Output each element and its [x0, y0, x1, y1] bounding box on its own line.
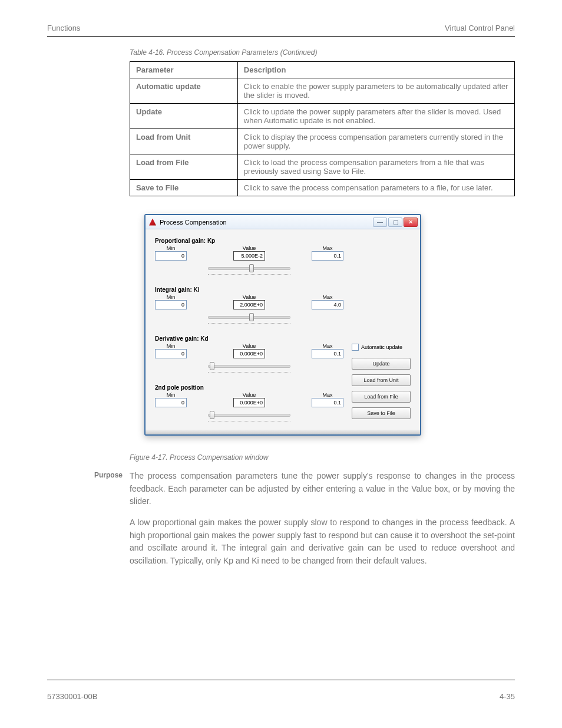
- value-input[interactable]: 0.000E+0: [233, 349, 265, 358]
- figure-caption: Figure 4-17. Process Compensation window: [130, 453, 515, 462]
- slider-group: Derivative gain: Kd Min 0 Value 0.000E+0…: [155, 335, 343, 373]
- load-from-file-button[interactable]: Load from File: [352, 391, 411, 403]
- slider-label: Integral gain: Ki: [155, 286, 343, 293]
- max-label: Max: [322, 294, 332, 300]
- dialog-titlebar[interactable]: Process Compensation — ▢ ✕: [146, 215, 420, 229]
- min-input[interactable]: 0: [155, 398, 187, 407]
- close-button[interactable]: ✕: [404, 218, 418, 227]
- param-name: Automatic update: [130, 78, 238, 104]
- min-label: Min: [167, 294, 176, 300]
- slider-group: Proportional gain: Kp Min 0 Value 5.000E…: [155, 238, 343, 275]
- footer-rule: [47, 680, 515, 680]
- slider-thumb[interactable]: [210, 362, 214, 370]
- min-input[interactable]: 0: [155, 349, 187, 358]
- param-desc: Click to display the process compensatio…: [237, 129, 514, 154]
- max-label: Max: [322, 245, 332, 251]
- header-left: Functions: [47, 24, 80, 32]
- table-row: Load from UnitClick to display the proce…: [130, 129, 515, 154]
- table-header-description: Description: [237, 62, 514, 78]
- max-input[interactable]: 0.1: [312, 251, 343, 261]
- app-icon: [149, 219, 156, 226]
- slider-group: Integral gain: Ki Min 0 Value 2.000E+0 M…: [155, 286, 343, 324]
- minimize-button[interactable]: —: [373, 218, 387, 227]
- table-caption: Table 4-16. Process Compensation Paramet…: [130, 48, 515, 57]
- checkbox-icon: [352, 344, 359, 351]
- slider-track[interactable]: [208, 362, 290, 373]
- min-label: Min: [167, 392, 176, 398]
- min-label: Min: [167, 343, 176, 349]
- table-row: Load from FileClick to load the process …: [130, 154, 515, 180]
- table-row: UpdateClick to update the power supply p…: [130, 104, 515, 129]
- slider-thumb[interactable]: [249, 264, 254, 272]
- slider-group: 2nd pole position Min 0 Value 0.000E+0 M…: [155, 384, 343, 421]
- footer-right: 4-35: [500, 692, 515, 701]
- param-name: Load from File: [130, 154, 238, 180]
- max-label: Max: [322, 343, 332, 349]
- value-input[interactable]: 0.000E+0: [233, 398, 265, 407]
- automatic-update-label: Automatic update: [361, 344, 402, 350]
- purpose-heading: Purpose: [94, 471, 123, 479]
- param-desc: Click to load the process compensation p…: [237, 154, 514, 180]
- body-paragraph-2: A low proportional gain makes the power …: [130, 516, 515, 568]
- page-footer: 57330001-00B 4-35: [47, 692, 515, 701]
- slider-thumb[interactable]: [210, 411, 214, 419]
- param-desc: Click to save the process compensation p…: [237, 180, 514, 196]
- param-name: Load from Unit: [130, 129, 238, 154]
- table-row: Save to FileClick to save the process co…: [130, 180, 515, 196]
- slider-track[interactable]: [208, 264, 290, 275]
- header-right: Virtual Control Panel: [445, 24, 515, 32]
- automatic-update-checkbox[interactable]: Automatic update: [352, 344, 411, 351]
- value-input[interactable]: 5.000E-2: [233, 251, 265, 261]
- param-desc: Click to update the power supply paramet…: [237, 104, 514, 129]
- parameter-table: Parameter Description Automatic updateCl…: [130, 61, 515, 196]
- value-label: Value: [243, 392, 256, 398]
- header-rule: [47, 36, 515, 37]
- footer-left: 57330001-00B: [47, 692, 97, 701]
- table-header-parameter: Parameter: [130, 62, 238, 78]
- slider-track[interactable]: [208, 411, 290, 421]
- slider-label: Derivative gain: Kd: [155, 335, 343, 342]
- min-input[interactable]: 0: [155, 300, 187, 309]
- table-row: Automatic updateClick to enable the powe…: [130, 78, 515, 104]
- max-label: Max: [322, 392, 332, 398]
- process-compensation-window: Process Compensation — ▢ ✕ Proportional …: [144, 214, 421, 436]
- min-input[interactable]: 0: [155, 251, 187, 261]
- value-label: Value: [243, 343, 256, 349]
- slider-label: Proportional gain: Kp: [155, 238, 343, 244]
- dialog-title: Process Compensation: [160, 219, 227, 226]
- param-desc: Click to enable the power supply paramet…: [237, 78, 514, 104]
- load-from-unit-button[interactable]: Load from Unit: [352, 374, 411, 386]
- value-label: Value: [243, 294, 256, 300]
- max-input[interactable]: 0.1: [312, 398, 343, 407]
- param-name: Save to File: [130, 180, 238, 196]
- value-input[interactable]: 2.000E+0: [233, 300, 265, 309]
- value-label: Value: [243, 245, 256, 251]
- slider-label: 2nd pole position: [155, 384, 343, 391]
- max-input[interactable]: 0.1: [312, 349, 343, 358]
- body-paragraph-1: The process compensation parameters tune…: [130, 470, 515, 508]
- slider-thumb[interactable]: [249, 313, 254, 321]
- save-to-file-button[interactable]: Save to File: [352, 407, 411, 419]
- max-input[interactable]: 4.0: [312, 300, 343, 309]
- maximize-button[interactable]: ▢: [388, 218, 402, 227]
- update-button[interactable]: Update: [352, 358, 411, 370]
- min-label: Min: [167, 245, 176, 251]
- slider-track[interactable]: [208, 313, 290, 324]
- param-name: Update: [130, 104, 238, 129]
- table-header-row: Parameter Description: [130, 62, 515, 78]
- page-header: Functions Virtual Control Panel: [47, 24, 515, 32]
